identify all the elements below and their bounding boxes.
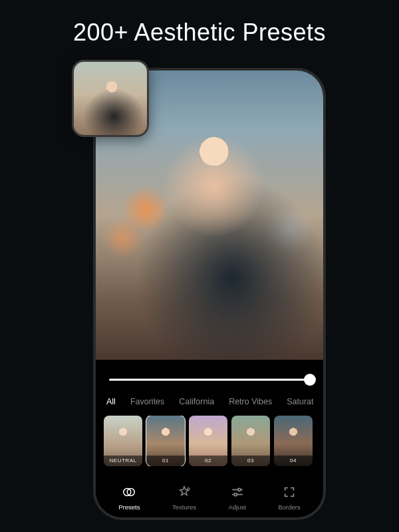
- tab-retro-vibes[interactable]: Retro Vibes: [229, 397, 272, 406]
- preset-01[interactable]: 01: [146, 416, 185, 466]
- svg-point-3: [237, 488, 240, 491]
- category-tabs: All Favorites California Retro Vibes Sat…: [104, 397, 315, 416]
- preset-02[interactable]: 02: [189, 416, 227, 466]
- textures-icon: [177, 485, 192, 501]
- intensity-slider[interactable]: [109, 372, 310, 388]
- tool-presets[interactable]: Presets: [118, 485, 140, 511]
- presets-icon: [122, 485, 136, 501]
- tab-all[interactable]: All: [106, 397, 116, 406]
- tool-adjust[interactable]: Adjust: [228, 485, 245, 511]
- preset-strip[interactable]: NEUTRAL 01 02 03 04 05: [104, 416, 315, 466]
- tool-label: Presets: [118, 503, 140, 511]
- tool-textures[interactable]: Textures: [172, 485, 196, 511]
- preset-label: 01: [146, 456, 185, 466]
- preset-label: 04: [274, 456, 313, 466]
- svg-point-5: [234, 493, 237, 496]
- tab-saturat[interactable]: Saturat: [287, 397, 313, 406]
- adjust-icon: [230, 485, 245, 501]
- tool-borders[interactable]: Borders: [278, 485, 300, 511]
- slider-thumb[interactable]: [304, 374, 316, 386]
- tool-label: Adjust: [228, 503, 245, 511]
- tool-label: Textures: [172, 503, 196, 511]
- controls-panel: All Favorites California Retro Vibes Sat…: [96, 360, 323, 517]
- before-thumbnail[interactable]: [72, 60, 149, 137]
- tool-label: Borders: [278, 503, 300, 511]
- borders-icon: [282, 485, 297, 501]
- preset-neutral[interactable]: NEUTRAL: [104, 416, 142, 466]
- preset-label: 02: [189, 456, 227, 466]
- headline: 200+ Aesthetic Presets: [0, 0, 399, 47]
- bottom-toolbar: Presets Textures Adjust: [96, 485, 323, 511]
- preset-label: 03: [231, 456, 270, 466]
- tab-favorites[interactable]: Favorites: [130, 397, 164, 406]
- preset-label: NEUTRAL: [104, 456, 142, 466]
- slider-track: [109, 379, 310, 381]
- preset-03[interactable]: 03: [231, 416, 270, 466]
- tab-california[interactable]: California: [179, 397, 214, 406]
- preset-04[interactable]: 04: [274, 416, 313, 466]
